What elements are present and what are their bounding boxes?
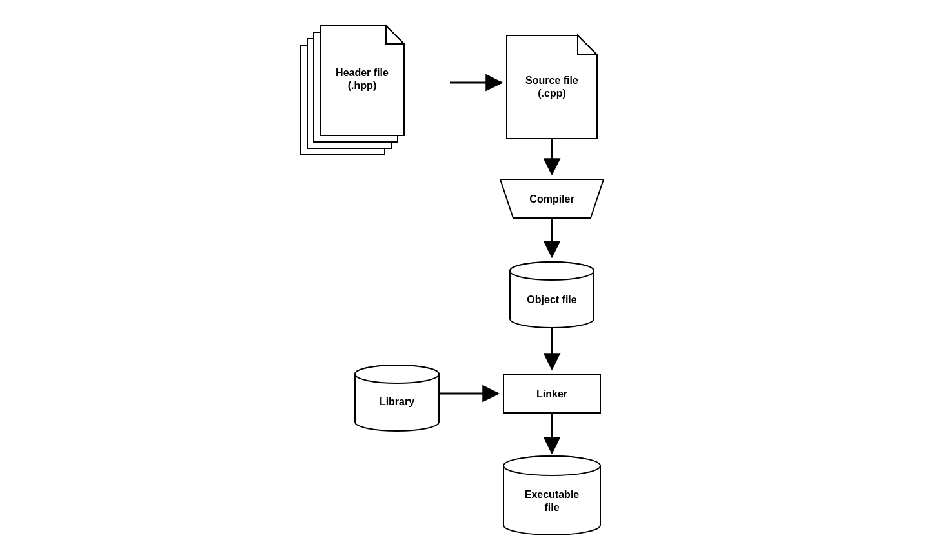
object-file-label: Object file bbox=[527, 294, 576, 305]
source-file-node: Source file (.cpp) bbox=[507, 35, 597, 139]
svg-point-1 bbox=[355, 365, 439, 383]
library-label: Library bbox=[380, 396, 414, 407]
source-file-label-2: (.cpp) bbox=[538, 88, 566, 99]
executable-label-1: Executable bbox=[525, 489, 580, 500]
svg-point-3 bbox=[503, 456, 600, 475]
linker-label: Linker bbox=[536, 388, 567, 399]
executable-label-2: file bbox=[544, 502, 559, 513]
executable-node: Executable file bbox=[503, 456, 600, 535]
object-file-node: Object file bbox=[510, 262, 594, 328]
linker-node: Linker bbox=[503, 374, 600, 413]
svg-point-0 bbox=[510, 262, 594, 280]
compiler-label: Compiler bbox=[529, 194, 574, 205]
header-file-label-2: (.hpp) bbox=[348, 80, 376, 91]
library-node: Library bbox=[355, 365, 439, 431]
header-file-label-1: Header file bbox=[336, 67, 389, 78]
compilation-diagram: Header file (.hpp) Source file (.cpp) Co… bbox=[0, 0, 945, 560]
header-file-node: Header file (.hpp) bbox=[301, 26, 404, 155]
source-file-label-1: Source file bbox=[525, 75, 578, 86]
compiler-node: Compiler bbox=[500, 179, 604, 218]
